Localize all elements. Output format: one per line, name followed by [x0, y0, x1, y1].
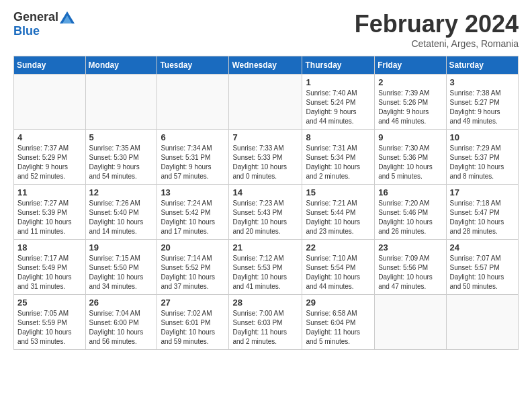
- day-number: 1: [306, 77, 371, 87]
- calendar-cell: 18Sunrise: 7:17 AM Sunset: 5:49 PM Dayli…: [14, 240, 86, 295]
- calendar-cell: 13Sunrise: 7:24 AM Sunset: 5:42 PM Dayli…: [157, 185, 229, 240]
- calendar: SundayMondayTuesdayWednesdayThursdayFrid…: [13, 56, 519, 350]
- calendar-cell: 15Sunrise: 7:21 AM Sunset: 5:44 PM Dayli…: [302, 185, 375, 240]
- day-number: 15: [306, 187, 371, 197]
- day-number: 12: [89, 187, 154, 197]
- day-info: Sunrise: 7:05 AM Sunset: 5:59 PM Dayligh…: [17, 309, 82, 347]
- logo: General Blue: [13, 10, 75, 38]
- day-info: Sunrise: 7:02 AM Sunset: 6:01 PM Dayligh…: [161, 309, 225, 347]
- day-info: Sunrise: 7:21 AM Sunset: 5:44 PM Dayligh…: [306, 199, 371, 236]
- calendar-cell: [14, 75, 86, 130]
- month-title: February 2024: [355, 10, 519, 38]
- calendar-cell: 28Sunrise: 7:00 AM Sunset: 6:03 PM Dayli…: [229, 295, 302, 350]
- page: General Blue February 2024 Cetateni, Arg…: [0, 0, 532, 360]
- calendar-cell: 29Sunrise: 6:58 AM Sunset: 6:04 PM Dayli…: [302, 295, 375, 350]
- calendar-header-wednesday: Wednesday: [229, 56, 302, 75]
- calendar-row-3: 18Sunrise: 7:17 AM Sunset: 5:49 PM Dayli…: [14, 240, 519, 295]
- location: Cetateni, Arges, Romania: [355, 38, 519, 49]
- day-number: 17: [450, 187, 515, 197]
- day-info: Sunrise: 7:15 AM Sunset: 5:50 PM Dayligh…: [89, 254, 154, 291]
- day-info: Sunrise: 7:27 AM Sunset: 5:39 PM Dayligh…: [17, 199, 82, 236]
- day-info: Sunrise: 7:30 AM Sunset: 5:36 PM Dayligh…: [378, 144, 442, 181]
- day-info: Sunrise: 7:40 AM Sunset: 5:24 PM Dayligh…: [306, 89, 371, 126]
- calendar-cell: 1Sunrise: 7:40 AM Sunset: 5:24 PM Daylig…: [302, 75, 375, 130]
- calendar-cell: 27Sunrise: 7:02 AM Sunset: 6:01 PM Dayli…: [157, 295, 229, 350]
- calendar-header-sunday: Sunday: [14, 56, 86, 75]
- calendar-cell: [446, 295, 518, 350]
- day-info: Sunrise: 7:18 AM Sunset: 5:47 PM Dayligh…: [450, 199, 515, 236]
- day-info: Sunrise: 7:14 AM Sunset: 5:52 PM Dayligh…: [161, 254, 225, 291]
- day-number: 23: [378, 242, 442, 253]
- calendar-header-tuesday: Tuesday: [157, 56, 229, 75]
- day-number: 9: [378, 132, 442, 142]
- calendar-header-saturday: Saturday: [446, 56, 518, 75]
- calendar-row-0: 1Sunrise: 7:40 AM Sunset: 5:24 PM Daylig…: [14, 75, 519, 130]
- day-info: Sunrise: 7:34 AM Sunset: 5:31 PM Dayligh…: [161, 144, 225, 181]
- day-info: Sunrise: 6:58 AM Sunset: 6:04 PM Dayligh…: [306, 309, 371, 347]
- day-number: 3: [450, 77, 515, 87]
- day-info: Sunrise: 7:17 AM Sunset: 5:49 PM Dayligh…: [17, 254, 82, 291]
- calendar-cell: 9Sunrise: 7:30 AM Sunset: 5:36 PM Daylig…: [375, 130, 446, 185]
- calendar-cell: [85, 75, 157, 130]
- day-number: 14: [232, 187, 298, 197]
- day-number: 18: [17, 242, 82, 253]
- day-number: 21: [232, 242, 298, 253]
- calendar-header-friday: Friday: [375, 56, 446, 75]
- calendar-cell: 4Sunrise: 7:37 AM Sunset: 5:29 PM Daylig…: [14, 130, 86, 185]
- day-info: Sunrise: 7:39 AM Sunset: 5:26 PM Dayligh…: [378, 89, 442, 126]
- calendar-cell: 6Sunrise: 7:34 AM Sunset: 5:31 PM Daylig…: [157, 130, 229, 185]
- calendar-header-row: SundayMondayTuesdayWednesdayThursdayFrid…: [14, 56, 519, 75]
- day-number: 16: [378, 187, 442, 197]
- day-info: Sunrise: 7:23 AM Sunset: 5:43 PM Dayligh…: [232, 199, 298, 236]
- title-area: February 2024 Cetateni, Arges, Romania: [355, 10, 519, 49]
- calendar-cell: 11Sunrise: 7:27 AM Sunset: 5:39 PM Dayli…: [14, 185, 86, 240]
- day-number: 13: [161, 187, 225, 197]
- day-number: 25: [17, 298, 82, 308]
- day-number: 27: [161, 298, 225, 308]
- day-number: 4: [17, 132, 82, 142]
- calendar-cell: 26Sunrise: 7:04 AM Sunset: 6:00 PM Dayli…: [85, 295, 157, 350]
- calendar-cell: 12Sunrise: 7:26 AM Sunset: 5:40 PM Dayli…: [85, 185, 157, 240]
- day-number: 19: [89, 242, 154, 253]
- day-number: 8: [306, 132, 371, 142]
- day-number: 26: [89, 298, 154, 308]
- header: General Blue February 2024 Cetateni, Arg…: [13, 10, 519, 49]
- calendar-cell: 16Sunrise: 7:20 AM Sunset: 5:46 PM Dayli…: [375, 185, 446, 240]
- calendar-row-1: 4Sunrise: 7:37 AM Sunset: 5:29 PM Daylig…: [14, 130, 519, 185]
- calendar-cell: 2Sunrise: 7:39 AM Sunset: 5:26 PM Daylig…: [375, 75, 446, 130]
- calendar-cell: 23Sunrise: 7:09 AM Sunset: 5:56 PM Dayli…: [375, 240, 446, 295]
- calendar-header-monday: Monday: [85, 56, 157, 75]
- calendar-cell: 17Sunrise: 7:18 AM Sunset: 5:47 PM Dayli…: [446, 185, 518, 240]
- day-info: Sunrise: 7:07 AM Sunset: 5:57 PM Dayligh…: [450, 254, 515, 291]
- calendar-cell: [375, 295, 446, 350]
- day-number: 6: [161, 132, 225, 142]
- calendar-cell: 22Sunrise: 7:10 AM Sunset: 5:54 PM Dayli…: [302, 240, 375, 295]
- day-number: 5: [89, 132, 154, 142]
- day-info: Sunrise: 7:04 AM Sunset: 6:00 PM Dayligh…: [89, 309, 154, 347]
- day-number: 24: [450, 242, 515, 253]
- day-number: 22: [306, 242, 371, 253]
- day-info: Sunrise: 7:29 AM Sunset: 5:37 PM Dayligh…: [450, 144, 515, 181]
- day-number: 29: [306, 298, 371, 308]
- calendar-cell: 24Sunrise: 7:07 AM Sunset: 5:57 PM Dayli…: [446, 240, 518, 295]
- day-info: Sunrise: 7:37 AM Sunset: 5:29 PM Dayligh…: [17, 144, 82, 181]
- calendar-cell: 25Sunrise: 7:05 AM Sunset: 5:59 PM Dayli…: [14, 295, 86, 350]
- day-info: Sunrise: 7:20 AM Sunset: 5:46 PM Dayligh…: [378, 199, 442, 236]
- day-number: 7: [232, 132, 298, 142]
- calendar-cell: 7Sunrise: 7:33 AM Sunset: 5:33 PM Daylig…: [229, 130, 302, 185]
- day-number: 10: [450, 132, 515, 142]
- logo-general-text: General: [13, 10, 58, 24]
- logo-icon: [60, 11, 75, 24]
- day-number: 20: [161, 242, 225, 253]
- day-number: 28: [232, 298, 298, 308]
- day-info: Sunrise: 7:33 AM Sunset: 5:33 PM Dayligh…: [232, 144, 298, 181]
- day-number: 2: [378, 77, 442, 87]
- day-info: Sunrise: 7:10 AM Sunset: 5:54 PM Dayligh…: [306, 254, 371, 291]
- day-info: Sunrise: 7:31 AM Sunset: 5:34 PM Dayligh…: [306, 144, 371, 181]
- day-info: Sunrise: 7:12 AM Sunset: 5:53 PM Dayligh…: [232, 254, 298, 291]
- calendar-cell: 20Sunrise: 7:14 AM Sunset: 5:52 PM Dayli…: [157, 240, 229, 295]
- calendar-row-4: 25Sunrise: 7:05 AM Sunset: 5:59 PM Dayli…: [14, 295, 519, 350]
- day-number: 11: [17, 187, 82, 197]
- day-info: Sunrise: 7:24 AM Sunset: 5:42 PM Dayligh…: [161, 199, 225, 236]
- calendar-cell: 8Sunrise: 7:31 AM Sunset: 5:34 PM Daylig…: [302, 130, 375, 185]
